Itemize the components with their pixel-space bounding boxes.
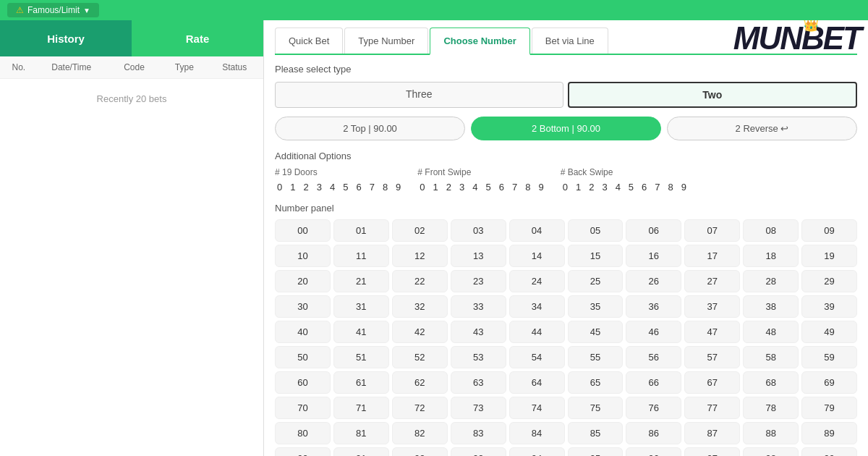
- number-cell[interactable]: 28: [743, 270, 799, 292]
- number-cell[interactable]: 41: [333, 321, 389, 343]
- number-cell[interactable]: 19: [801, 245, 857, 267]
- tab-bet-via-line[interactable]: Bet via Line: [532, 28, 608, 54]
- famous-limit-button[interactable]: ⚠ Famous/Limit ▼: [7, 3, 99, 17]
- door-num[interactable]: 0: [275, 180, 284, 194]
- number-cell[interactable]: 42: [392, 321, 448, 343]
- number-cell[interactable]: 18: [743, 245, 799, 267]
- door-num[interactable]: 1: [574, 180, 583, 194]
- number-cell[interactable]: 49: [801, 321, 857, 343]
- bet-type-2-bottom[interactable]: 2 Bottom | 90.00: [471, 117, 661, 140]
- number-cell[interactable]: 66: [626, 371, 681, 394]
- number-cell[interactable]: 63: [451, 371, 506, 394]
- bet-type-2-top[interactable]: 2 Top | 90.00: [275, 117, 465, 140]
- number-cell[interactable]: 08: [743, 219, 799, 242]
- door-num[interactable]: 6: [497, 180, 506, 194]
- door-num[interactable]: 3: [600, 180, 609, 194]
- door-num[interactable]: 8: [380, 180, 390, 194]
- number-cell[interactable]: 97: [684, 447, 740, 456]
- door-num[interactable]: 9: [393, 180, 403, 194]
- number-cell[interactable]: 74: [509, 397, 565, 419]
- bet-type-2-reverse[interactable]: 2 Reverse ↩: [667, 117, 857, 140]
- history-tab[interactable]: History: [0, 20, 132, 56]
- number-cell[interactable]: 48: [743, 321, 799, 343]
- door-num[interactable]: 7: [652, 180, 662, 194]
- number-cell[interactable]: 50: [275, 346, 331, 368]
- number-cell[interactable]: 13: [451, 245, 506, 267]
- number-cell[interactable]: 60: [275, 371, 331, 394]
- number-cell[interactable]: 30: [275, 295, 331, 318]
- number-cell[interactable]: 71: [333, 397, 389, 419]
- number-cell[interactable]: 98: [743, 447, 799, 456]
- door-num[interactable]: 5: [484, 180, 493, 194]
- number-cell[interactable]: 14: [509, 245, 565, 267]
- number-cell[interactable]: 77: [684, 397, 740, 419]
- number-cell[interactable]: 01: [333, 219, 389, 242]
- number-cell[interactable]: 62: [392, 371, 448, 394]
- tab-choose-number[interactable]: Choose Number: [430, 28, 529, 55]
- number-cell[interactable]: 46: [626, 321, 681, 343]
- number-cell[interactable]: 84: [509, 422, 565, 444]
- number-cell[interactable]: 57: [684, 346, 740, 368]
- number-cell[interactable]: 09: [801, 219, 857, 242]
- door-num[interactable]: 7: [510, 180, 519, 194]
- type-btn-two[interactable]: Two: [568, 82, 858, 108]
- number-cell[interactable]: 34: [509, 295, 565, 318]
- door-num[interactable]: 7: [367, 180, 377, 194]
- number-cell[interactable]: 21: [333, 270, 389, 292]
- number-cell[interactable]: 22: [392, 270, 448, 292]
- rate-tab[interactable]: Rate: [132, 20, 263, 56]
- number-cell[interactable]: 02: [392, 219, 448, 242]
- door-num[interactable]: 6: [639, 180, 649, 194]
- type-btn-three[interactable]: Three: [275, 82, 563, 108]
- number-cell[interactable]: 64: [509, 371, 565, 394]
- door-num[interactable]: 4: [328, 180, 337, 194]
- number-cell[interactable]: 92: [392, 447, 448, 456]
- number-cell[interactable]: 16: [626, 245, 681, 267]
- door-num[interactable]: 2: [301, 180, 310, 194]
- number-cell[interactable]: 81: [333, 422, 389, 444]
- number-cell[interactable]: 82: [392, 422, 448, 444]
- door-num[interactable]: 2: [587, 180, 596, 194]
- number-cell[interactable]: 03: [451, 219, 506, 242]
- number-cell[interactable]: 20: [275, 270, 331, 292]
- number-cell[interactable]: 76: [626, 397, 681, 419]
- number-cell[interactable]: 47: [684, 321, 740, 343]
- number-cell[interactable]: 79: [801, 397, 857, 419]
- number-cell[interactable]: 90: [275, 447, 331, 456]
- number-cell[interactable]: 83: [451, 422, 506, 444]
- number-cell[interactable]: 88: [743, 422, 799, 444]
- number-cell[interactable]: 59: [801, 346, 857, 368]
- number-cell[interactable]: 29: [801, 270, 857, 292]
- door-num[interactable]: 0: [417, 180, 427, 194]
- number-cell[interactable]: 96: [626, 447, 681, 456]
- door-num[interactable]: 4: [470, 180, 480, 194]
- number-cell[interactable]: 27: [684, 270, 740, 292]
- number-cell[interactable]: 58: [743, 346, 799, 368]
- tab-quick-bet[interactable]: Quick Bet: [275, 28, 343, 54]
- number-cell[interactable]: 17: [684, 245, 740, 267]
- number-cell[interactable]: 99: [801, 447, 857, 456]
- door-num[interactable]: 3: [457, 180, 467, 194]
- number-cell[interactable]: 85: [568, 422, 624, 444]
- number-cell[interactable]: 04: [509, 219, 565, 242]
- number-cell[interactable]: 72: [392, 397, 448, 419]
- door-num[interactable]: 4: [613, 180, 623, 194]
- number-cell[interactable]: 43: [451, 321, 506, 343]
- number-cell[interactable]: 37: [684, 295, 740, 318]
- number-cell[interactable]: 15: [568, 245, 624, 267]
- number-cell[interactable]: 93: [451, 447, 506, 456]
- number-cell[interactable]: 00: [275, 219, 331, 242]
- number-cell[interactable]: 24: [509, 270, 565, 292]
- door-num[interactable]: 9: [536, 180, 545, 194]
- number-cell[interactable]: 44: [509, 321, 565, 343]
- number-cell[interactable]: 33: [451, 295, 506, 318]
- number-cell[interactable]: 05: [568, 219, 624, 242]
- number-cell[interactable]: 07: [684, 219, 740, 242]
- number-cell[interactable]: 91: [333, 447, 389, 456]
- number-cell[interactable]: 73: [451, 397, 506, 419]
- number-cell[interactable]: 67: [684, 371, 740, 394]
- number-cell[interactable]: 23: [451, 270, 506, 292]
- number-cell[interactable]: 95: [568, 447, 624, 456]
- number-cell[interactable]: 70: [275, 397, 331, 419]
- door-num[interactable]: 8: [523, 180, 532, 194]
